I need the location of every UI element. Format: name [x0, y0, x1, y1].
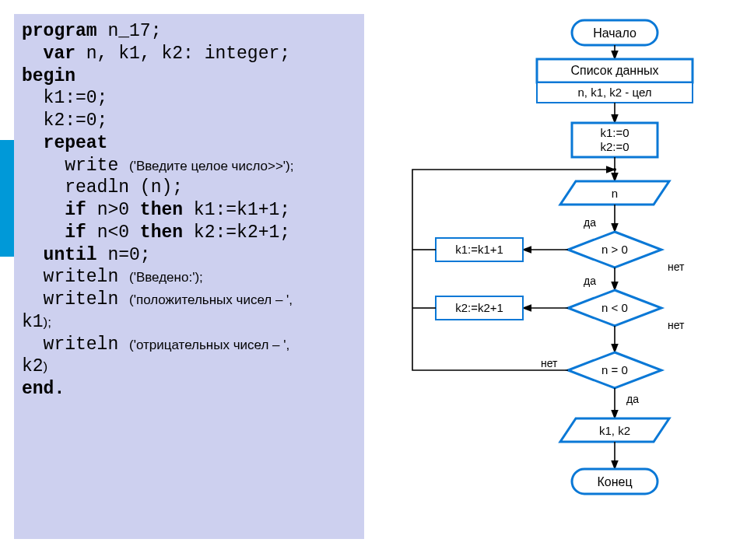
code-line-15: end.	[22, 378, 356, 401]
flow-end-label: Конец	[597, 475, 632, 488]
flow-act2-label: k2:=k2+1	[455, 301, 503, 314]
flow-init1-label: k1:=0	[600, 126, 629, 139]
flow-output-label: k1, k2	[599, 424, 630, 437]
code-line-11: until n=0;	[22, 244, 356, 267]
flow-cond1-label: n > 0	[601, 243, 628, 256]
code-line-14b: k2)	[22, 355, 356, 378]
code-panel: program n_17; var n, k1, k2: integer; be…	[14, 14, 364, 539]
flow-no-1: нет	[668, 261, 685, 273]
flowchart: Начало Список данных n, k1, k2 - цел k1:…	[389, 14, 731, 543]
code-line-14a: writeln ('отрицательных чисел – ',	[22, 334, 356, 356]
code-line-7: write ('Введите целое число>>');	[22, 155, 356, 177]
flow-cond3-label: n = 0	[601, 363, 628, 376]
flow-act1-label: k1:=k1+1	[455, 243, 503, 256]
flow-no-2: нет	[668, 319, 685, 331]
code-line-10: if n<0 then k2:=k2+1;	[22, 222, 356, 244]
flow-start-label: Начало	[593, 26, 637, 40]
code-line-2: var n, k1, k2: integer;	[22, 43, 356, 65]
code-line-9: if n>0 then k1:=k1+1;	[22, 199, 356, 222]
flow-yes-3: да	[626, 393, 639, 405]
flow-data-vars-label: n, k1, k2 - цел	[577, 86, 651, 99]
code-line-5: k2:=0;	[22, 110, 356, 132]
flow-init2-label: k2:=0	[600, 140, 629, 153]
flow-yes-1: да	[584, 216, 596, 229]
flow-data-title-label: Список данных	[570, 64, 658, 77]
code-line-3: begin	[22, 65, 356, 88]
code-line-4: k1:=0;	[22, 87, 356, 110]
flow-cond2-label: n < 0	[601, 301, 628, 314]
flow-input-n-label: n	[612, 187, 618, 200]
code-line-6: repeat	[22, 132, 356, 155]
code-line-12: writeln ('Введено:');	[22, 266, 356, 289]
code-line-8: readln (n);	[22, 177, 356, 199]
code-line-13a: writeln ('положительных чисел – ',	[22, 289, 356, 311]
flow-yes-2: да	[584, 275, 596, 287]
code-line-13b: k1);	[22, 311, 356, 334]
flow-no-3: нет	[541, 357, 558, 369]
code-line-1: program n_17;	[22, 20, 356, 43]
